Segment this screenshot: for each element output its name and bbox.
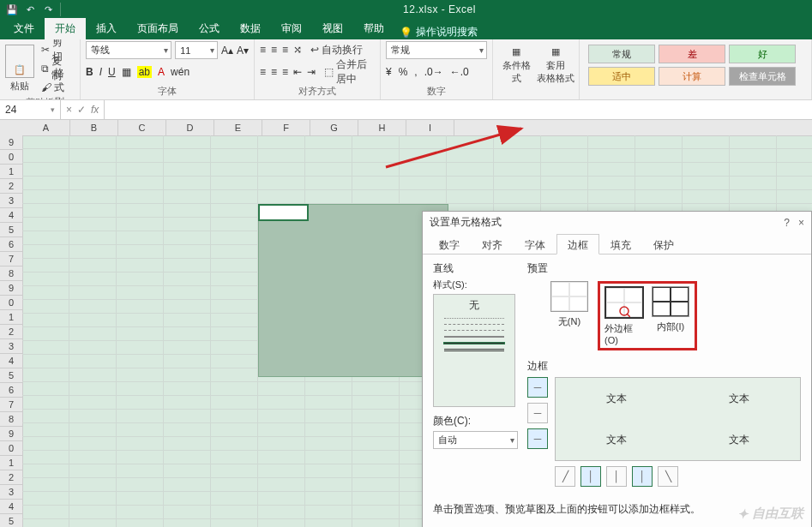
dlg-tab-protect[interactable]: 保护 [642,234,685,255]
fx-icon[interactable]: fx [91,104,99,116]
col-header[interactable]: F [262,120,310,135]
style-calc[interactable]: 计算 [659,67,725,86]
row-header[interactable]: 5 [0,514,22,527]
font-color-button[interactable]: A [158,66,165,78]
row-header[interactable]: 0 [0,441,22,456]
align-bottom-icon[interactable]: ≡ [282,44,288,56]
dlg-tab-align[interactable]: 对齐 [471,234,514,255]
dialog-titlebar[interactable]: 设置单元格格式 ? × [423,212,811,233]
paste-button[interactable]: 📋 粘贴 [5,45,34,93]
row-header[interactable]: 7 [0,398,22,412]
indent-increase-icon[interactable]: ⇥ [307,66,316,78]
format-painter-button[interactable]: 🖌格式刷 [38,79,75,96]
align-top-icon[interactable]: ≡ [260,44,266,56]
tab-review[interactable]: 审阅 [271,18,312,39]
decrease-font-icon[interactable]: A▾ [237,44,249,57]
currency-icon[interactable]: ¥ [386,66,392,78]
tab-home[interactable]: 开始 [45,18,86,39]
col-header[interactable]: E [214,120,262,135]
tab-insert[interactable]: 插入 [86,18,127,39]
preset-inner[interactable]: 内部(I) [651,286,690,345]
row-header[interactable]: 9 [0,427,22,441]
align-left-icon[interactable]: ≡ [260,66,266,78]
row-header[interactable]: 1 [0,165,22,179]
increase-font-icon[interactable]: A▴ [221,44,233,57]
font-family-combo[interactable]: 等线 [86,41,171,59]
row-header[interactable]: 2 [0,325,22,339]
dlg-tab-border[interactable]: 边框 [556,234,599,255]
row-header[interactable]: 3 [0,485,22,500]
row-header[interactable]: 5 [0,223,22,237]
row-header[interactable]: 0 [0,150,22,165]
font-size-combo[interactable]: 11 [175,41,218,59]
col-header[interactable]: C [118,120,166,135]
row-header[interactable]: 8 [0,412,22,427]
row-header[interactable]: 4 [0,354,22,368]
style-neutral[interactable]: 适中 [588,67,655,86]
wrap-text-button[interactable]: ↩自动换行 [307,41,366,58]
col-header[interactable]: D [166,120,214,135]
orientation-icon[interactable]: ⤭ [293,44,302,56]
cancel-icon[interactable]: × [66,104,72,116]
border-bottom-button[interactable]: ─ [527,428,548,449]
row-header[interactable]: 3 [0,339,22,354]
conditional-format-button[interactable]: ▦条件格式 [498,41,534,89]
border-vmid-button[interactable]: │ [606,466,627,487]
border-hmid-button[interactable]: ─ [527,403,548,423]
tab-data[interactable]: 数据 [230,18,271,39]
indent-decrease-icon[interactable]: ⇤ [293,66,302,78]
select-all-button[interactable] [0,120,23,136]
help-icon[interactable]: ? [784,217,790,229]
close-icon[interactable]: × [798,217,804,229]
line-style-none[interactable]: 无 [469,298,479,313]
decrease-decimal-icon[interactable]: ←.0 [450,66,469,78]
tab-formula[interactable]: 公式 [189,18,230,39]
col-header[interactable]: A [22,120,70,135]
dlg-tab-font[interactable]: 字体 [514,234,556,255]
preset-outer[interactable]: 外边框(O) [604,286,644,345]
row-header[interactable]: 6 [0,237,22,252]
row-header[interactable]: 2 [0,470,22,485]
increase-decimal-icon[interactable]: .0→ [424,66,443,78]
row-header[interactable]: 0 [0,296,22,310]
align-center-icon[interactable]: ≡ [271,66,277,78]
border-top-button[interactable]: ─ [527,377,548,398]
redo-icon[interactable]: ↷ [39,1,57,18]
style-check[interactable]: 检查单元格 [729,67,796,86]
row-header[interactable]: 4 [0,500,22,514]
row-header[interactable]: 1 [0,310,22,325]
align-middle-icon[interactable]: ≡ [271,44,277,56]
italic-button[interactable]: I [99,66,102,78]
style-good[interactable]: 好 [729,45,796,63]
align-right-icon[interactable]: ≡ [282,66,288,78]
percent-icon[interactable]: % [399,66,408,78]
col-header[interactable]: G [310,120,358,135]
border-diag-down-button[interactable]: ╲ [658,466,678,487]
tab-help[interactable]: 帮助 [353,18,394,39]
format-as-table-button[interactable]: ▦套用 表格格式 [538,41,574,89]
border-button[interactable]: ▦ [122,66,131,78]
row-header[interactable]: 6 [0,383,22,398]
col-header[interactable]: B [70,120,118,135]
tab-file[interactable]: 文件 [3,18,45,39]
style-normal[interactable]: 常规 [588,45,655,63]
fill-color-button[interactable]: ab [137,66,152,78]
number-format-combo[interactable]: 常规 [386,41,487,59]
row-header[interactable]: 5 [0,368,22,383]
preset-none[interactable]: 无(N) [550,281,589,350]
row-header[interactable]: 3 [0,194,22,208]
row-header[interactable]: 4 [0,208,22,223]
tell-me[interactable]: 💡 操作说明搜索 [400,25,478,39]
col-header[interactable]: I [406,120,454,135]
enter-icon[interactable]: ✓ [77,104,86,116]
row-headers[interactable]: 901234567890123456789012345678 [0,135,23,527]
merge-center-button[interactable]: ⬚合并后居中 [321,63,375,81]
save-icon[interactable]: 💾 [3,1,21,18]
border-right-button[interactable]: │ [632,466,653,487]
undo-icon[interactable]: ↶ [21,1,39,18]
border-diag-up-button[interactable]: ╱ [555,466,575,487]
line-style-list[interactable]: 无 [433,294,515,407]
tab-layout[interactable]: 页面布局 [127,18,189,39]
row-header[interactable]: 1 [0,456,22,470]
phonetic-button[interactable]: wén [171,66,189,78]
